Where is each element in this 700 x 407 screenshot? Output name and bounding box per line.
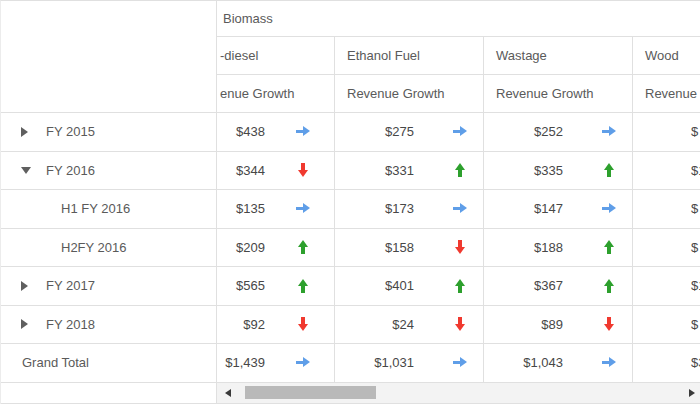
- trend-up-icon: [295, 239, 311, 255]
- column-header-measure-row: enue Growth Revenue Growth Revenue Growt…: [1, 75, 700, 113]
- cell-value: $173: [335, 201, 414, 216]
- row-header-fy2017[interactable]: FY 2017: [1, 267, 216, 305]
- column-header-wood[interactable]: Wood: [632, 37, 700, 75]
- trend-down-icon: [295, 162, 311, 178]
- scroll-right-icon[interactable]: [689, 389, 695, 397]
- cell-value: $158: [335, 240, 414, 255]
- table-row-fy2017: FY 2017 $565 $401 $367 $1: [1, 267, 700, 306]
- row-header-h1fy2016[interactable]: H1 FY 2016: [1, 190, 216, 228]
- pivot-grid: Biomass -diesel Ethanol Fuel Wastage Woo…: [0, 0, 700, 404]
- expand-icon[interactable]: [21, 281, 46, 291]
- trend-right-icon: [601, 355, 617, 371]
- value-cell-clipped: $3: [632, 344, 700, 382]
- trend-right-icon: [295, 355, 311, 371]
- trend-up-icon: [295, 278, 311, 294]
- collapse-icon[interactable]: [21, 167, 46, 174]
- column-header-group-row: Biomass: [1, 1, 700, 37]
- row-label: H2FY 2016: [61, 240, 127, 255]
- value-cell: $438: [216, 113, 334, 151]
- cell-value: $209: [217, 240, 265, 255]
- measure-header-label: Revenue Growth: [496, 86, 594, 101]
- cell-value: $331: [335, 163, 414, 178]
- value-cell: $1,439: [216, 344, 334, 382]
- column-header-label: Wastage: [496, 48, 547, 63]
- trend-down-icon: [295, 316, 311, 332]
- value-cell: $158: [334, 229, 483, 267]
- cell-value: $89: [484, 317, 563, 332]
- expand-icon[interactable]: [21, 127, 46, 137]
- value-cell: $565: [216, 267, 334, 305]
- value-cell-clipped: $: [632, 229, 700, 267]
- scrollbar-spacer: [1, 383, 216, 403]
- trend-right-icon: [452, 124, 468, 140]
- cell-value: $252: [484, 124, 563, 139]
- value-cell: $188: [483, 229, 632, 267]
- row-header-h2fy2016[interactable]: H2FY 2016: [1, 229, 216, 267]
- cell-value: $565: [217, 278, 265, 293]
- cell-value: $367: [484, 278, 563, 293]
- value-cell: $1,043: [483, 344, 632, 382]
- value-cell: $209: [216, 229, 334, 267]
- row-label: FY 2016: [46, 163, 95, 178]
- value-cell-clipped: $1: [632, 152, 700, 190]
- trend-right-icon: [295, 124, 311, 140]
- value-cell-clipped: $: [632, 190, 700, 228]
- cell-value: $147: [484, 201, 563, 216]
- cell-value: $1,043: [484, 355, 563, 370]
- cell-value: $: [633, 317, 698, 332]
- cell-value: $1,439: [217, 355, 265, 370]
- cell-value: $1: [633, 163, 700, 178]
- measure-header-biodiesel[interactable]: enue Growth: [216, 75, 334, 112]
- table-row-h2fy2016: H2FY 2016 $209 $158 $188 $: [1, 229, 700, 268]
- header-corner-spacer: [1, 1, 216, 37]
- row-label: Grand Total: [22, 355, 89, 370]
- trend-up-icon: [601, 278, 617, 294]
- row-header-grand-total: Grand Total: [1, 344, 216, 382]
- table-row-grand-total: Grand Total $1,439 $1,031 $1,043 $3: [1, 344, 700, 383]
- column-header-biodiesel[interactable]: -diesel: [216, 37, 334, 75]
- cell-value: $335: [484, 163, 563, 178]
- measure-header-ethanol-fuel[interactable]: Revenue Growth: [334, 75, 483, 112]
- table-row-fy2018: FY 2018 $92 $24 $89 $: [1, 306, 700, 345]
- cell-value: $438: [217, 124, 265, 139]
- trend-down-icon: [601, 316, 617, 332]
- value-cell: $92: [216, 306, 334, 344]
- trend-down-icon: [452, 316, 468, 332]
- trend-right-icon: [601, 201, 617, 217]
- trend-up-icon: [601, 162, 617, 178]
- measure-header-wastage[interactable]: Revenue Growth: [483, 75, 632, 112]
- row-header-fy2015[interactable]: FY 2015: [1, 113, 216, 151]
- cell-value: $1,031: [335, 355, 414, 370]
- value-cell: $367: [483, 267, 632, 305]
- scrollbar-row: [1, 383, 700, 404]
- cell-value: $275: [335, 124, 414, 139]
- horizontal-scrollbar[interactable]: [216, 383, 700, 403]
- value-cell: $331: [334, 152, 483, 190]
- cell-value: $135: [217, 201, 265, 216]
- column-header-ethanol-fuel[interactable]: Ethanol Fuel: [334, 37, 483, 75]
- value-cell-clipped: $1: [632, 267, 700, 305]
- value-cell: $252: [483, 113, 632, 151]
- trend-up-icon: [452, 162, 468, 178]
- header-corner-spacer: [1, 75, 216, 112]
- row-header-fy2018[interactable]: FY 2018: [1, 306, 216, 344]
- trend-right-icon: [452, 201, 468, 217]
- value-cell: $135: [216, 190, 334, 228]
- row-label: FY 2018: [46, 317, 95, 332]
- expand-icon[interactable]: [21, 319, 46, 329]
- row-header-fy2016[interactable]: FY 2016: [1, 152, 216, 190]
- table-row-fy2015: FY 2015 $438 $275 $252 $: [1, 113, 700, 152]
- trend-right-icon: [295, 201, 311, 217]
- row-label: FY 2015: [46, 124, 95, 139]
- scrollbar-thumb[interactable]: [245, 386, 376, 399]
- measure-header-wood[interactable]: Revenue: [632, 75, 700, 112]
- column-header-biomass[interactable]: Biomass: [216, 1, 700, 37]
- trend-right-icon: [601, 124, 617, 140]
- column-header-wastage[interactable]: Wastage: [483, 37, 632, 75]
- cell-value: $1: [633, 278, 700, 293]
- cell-value: $: [633, 124, 698, 139]
- scroll-left-icon[interactable]: [225, 389, 231, 397]
- pivot-table: Biomass -diesel Ethanol Fuel Wastage Woo…: [0, 0, 700, 407]
- measure-header-label: Revenue Growth: [347, 86, 445, 101]
- value-cell: $89: [483, 306, 632, 344]
